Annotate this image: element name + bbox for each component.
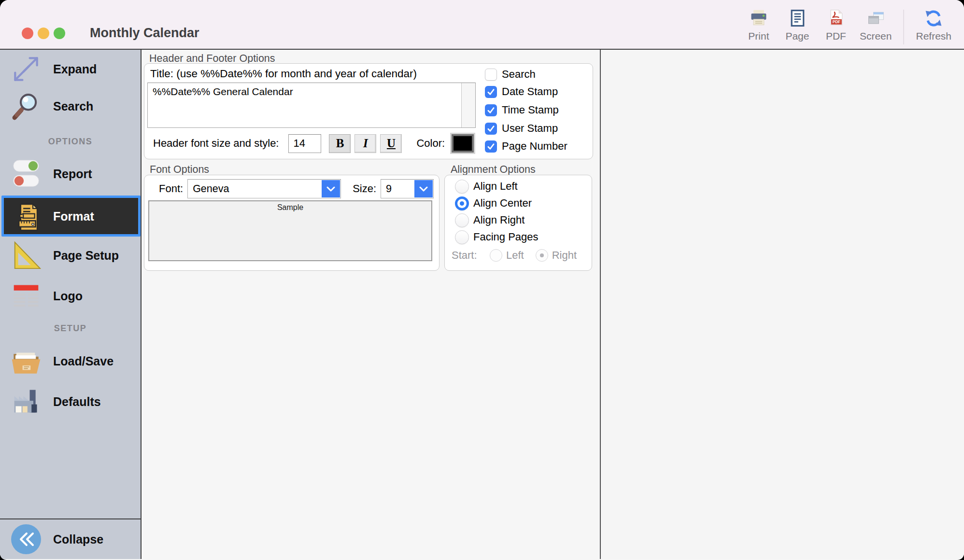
time-stamp-checkbox-row[interactable]: Time Stamp: [485, 103, 559, 117]
toolbar: Print Page PDF: [744, 9, 951, 44]
radio-label: Align Left: [473, 180, 518, 193]
facing-pages-radio[interactable]: [455, 230, 469, 244]
close-button[interactable]: [22, 28, 33, 39]
traffic-lights: [22, 28, 65, 39]
title-textarea[interactable]: %%Date%% General Calendar: [147, 83, 476, 128]
factory-icon: [9, 384, 43, 419]
align-right-radio[interactable]: [455, 213, 469, 227]
print-icon: [749, 9, 768, 28]
header-color-swatch[interactable]: [452, 134, 474, 153]
sidebar-item-label: Expand: [53, 62, 97, 76]
start-right-radio[interactable]: [536, 249, 548, 262]
minimize-button[interactable]: [38, 28, 49, 39]
start-option-label: Left: [506, 249, 524, 262]
align-center-radio-row[interactable]: Align Center: [455, 196, 532, 210]
sidebar-item-label: Collapse: [53, 532, 103, 546]
align-left-radio-row[interactable]: Align Left: [455, 179, 518, 194]
sidebar-section-setup: SETUP: [0, 323, 141, 334]
svg-text:PDF: PDF: [833, 20, 840, 24]
time-stamp-checkbox[interactable]: [485, 104, 497, 116]
radio-label: Align Right: [473, 214, 525, 226]
sidebar-item-label: Logo: [53, 289, 83, 303]
format-panel: Header and Footer Options Title: (use %%…: [142, 50, 601, 559]
titlebar: Monthly Calendar Print: [0, 0, 964, 50]
app-window: Monthly Calendar Print: [0, 0, 964, 560]
sidebar-item-page-setup[interactable]: Page Setup: [0, 238, 141, 273]
sidebar-item-collapse[interactable]: Collapse: [0, 522, 141, 557]
underline-button[interactable]: U: [380, 134, 402, 153]
checkbox-label: Search: [502, 68, 536, 81]
sidebar-item-label: Page Setup: [53, 249, 119, 263]
header-font-row: Header font size and style: B I U Color:: [153, 134, 474, 153]
sidebar-item-report[interactable]: Report: [0, 156, 141, 191]
tool-label: Page: [785, 30, 809, 42]
header-font-size-label: Header font size and style:: [153, 137, 279, 150]
bold-button[interactable]: B: [329, 134, 351, 153]
screen-icon: [866, 9, 885, 28]
date-stamp-checkbox[interactable]: [485, 86, 497, 98]
date-stamp-checkbox-row[interactable]: Date Stamp: [485, 85, 558, 98]
preview-panel: [601, 50, 964, 559]
print-button[interactable]: Print: [744, 9, 774, 42]
refresh-button[interactable]: Refresh: [916, 9, 951, 42]
header-footer-group: Title: (use %%Date%% for month and year …: [144, 63, 593, 159]
folder-icon: [9, 344, 43, 378]
alignment-options-group: Align Left Align Center Align Right Faci…: [444, 175, 592, 271]
sidebar: Expand Search OPTIONS: [0, 50, 142, 559]
facing-pages-radio-row[interactable]: Facing Pages: [455, 230, 539, 244]
start-option-label: Right: [552, 249, 577, 262]
sidebar-item-search[interactable]: Search: [0, 89, 141, 124]
pdf-button[interactable]: PDF PDF: [821, 9, 851, 42]
toolbar-separator: [903, 10, 904, 44]
tool-label: Refresh: [916, 30, 951, 42]
refresh-icon: [924, 9, 943, 28]
sidebar-item-logo[interactable]: Logo: [0, 279, 141, 313]
format-icon: [11, 200, 46, 235]
user-stamp-checkbox[interactable]: [485, 123, 497, 135]
page-number-checkbox[interactable]: [485, 140, 497, 153]
set-square-icon: [9, 238, 43, 273]
sidebar-item-format[interactable]: Format: [1, 196, 141, 237]
checkbox-label: Time Stamp: [502, 104, 559, 116]
color-label: Color:: [416, 137, 445, 150]
italic-button[interactable]: I: [354, 134, 376, 153]
sidebar-item-label: Format: [53, 209, 94, 223]
sidebar-section-options: OPTIONS: [0, 137, 141, 147]
user-stamp-checkbox-row[interactable]: User Stamp: [485, 122, 558, 135]
chevron-down-icon: [322, 180, 340, 197]
font-select[interactable]: Geneva: [187, 179, 341, 198]
facing-start-row: Start: Left Right: [445, 247, 592, 264]
sidebar-item-load-save[interactable]: Load/Save: [0, 344, 141, 378]
size-select-value: 9: [381, 183, 392, 195]
checkbox-label: Page Number: [502, 140, 567, 153]
search-checkbox-row[interactable]: Search: [485, 68, 536, 81]
radio-label: Align Center: [473, 197, 532, 210]
tool-label: Print: [748, 30, 769, 42]
sidebar-item-defaults[interactable]: Defaults: [0, 384, 141, 419]
size-select[interactable]: 9: [381, 179, 434, 198]
title-textarea-value: %%Date%% General Calendar: [153, 86, 293, 98]
collapse-icon: [9, 522, 43, 557]
header-font-size-input[interactable]: [288, 134, 321, 153]
search-icon: [9, 89, 43, 124]
font-options-group: Font: Geneva Size: 9: [144, 175, 439, 271]
sidebar-divider: [0, 518, 141, 519]
sidebar-item-expand[interactable]: Expand: [0, 52, 141, 86]
align-right-radio-row[interactable]: Align Right: [455, 213, 525, 227]
checkbox-label: User Stamp: [502, 122, 558, 135]
scrollbar[interactable]: [461, 83, 475, 127]
page-button[interactable]: Page: [782, 9, 812, 42]
zoom-button[interactable]: [54, 28, 65, 39]
screen-button[interactable]: Screen: [860, 9, 892, 42]
font-select-value: Geneva: [188, 183, 229, 195]
report-toggles-icon: [9, 156, 43, 191]
align-center-radio[interactable]: [455, 196, 469, 210]
align-left-radio[interactable]: [455, 180, 469, 194]
expand-icon: [9, 52, 43, 86]
page-number-checkbox-row[interactable]: Page Number: [485, 140, 567, 153]
sidebar-item-label: Defaults: [53, 395, 101, 409]
checkbox-label: Date Stamp: [502, 85, 558, 98]
alignment-options-section-title: Alignment Options: [451, 164, 536, 176]
search-checkbox[interactable]: [485, 69, 497, 81]
start-left-radio[interactable]: [490, 249, 502, 262]
